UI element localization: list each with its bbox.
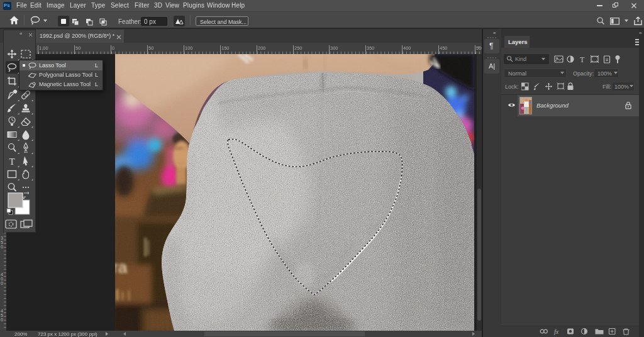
svg-text:0: 0 — [1, 277, 3, 281]
svg-text:250: 250 — [294, 45, 303, 51]
svg-text:400: 400 — [403, 45, 411, 51]
svg-text:450: 450 — [440, 45, 448, 51]
svg-text:3: 3 — [1, 236, 3, 240]
svg-text:150: 150 — [221, 45, 230, 51]
svg-text:100: 100 — [185, 45, 193, 51]
svg-text:50: 50 — [75, 45, 80, 51]
svg-text:0: 0 — [1, 318, 3, 322]
svg-text:4: 4 — [1, 309, 3, 313]
svg-text:300: 300 — [330, 45, 338, 51]
svg-text:T: T — [9, 157, 14, 167]
svg-text:T: T — [580, 55, 585, 64]
svg-text:1,00: 1,00 — [39, 45, 48, 51]
svg-text:0: 0 — [1, 245, 3, 249]
svg-text:0: 0 — [112, 45, 114, 51]
svg-text:50: 50 — [148, 45, 153, 51]
svg-text:4: 4 — [1, 272, 3, 277]
svg-text:5: 5 — [1, 240, 3, 245]
svg-text:200: 200 — [258, 45, 266, 51]
svg-text:fx: fx — [554, 328, 559, 335]
svg-text:5: 5 — [1, 313, 3, 318]
svg-text:⌃: ⌃ — [477, 46, 481, 52]
svg-text:350: 350 — [367, 45, 375, 51]
svg-text:0: 0 — [1, 281, 3, 285]
